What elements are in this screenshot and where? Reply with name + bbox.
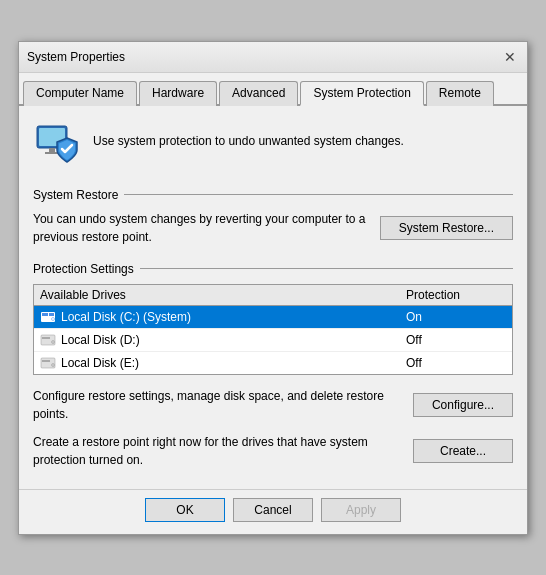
protection-value: On	[406, 310, 506, 324]
table-header: Available Drives Protection	[34, 285, 512, 306]
drive-name: Local Disk (C:) (System)	[61, 310, 191, 324]
configure-button[interactable]: Configure...	[413, 393, 513, 417]
tab-system-protection[interactable]: System Protection	[300, 81, 423, 106]
tab-remote[interactable]: Remote	[426, 81, 494, 106]
ok-button[interactable]: OK	[145, 498, 225, 522]
protection-settings-label: Protection Settings	[33, 262, 513, 276]
table-row[interactable]: Local Disk (D:) Off	[34, 329, 512, 352]
svg-rect-6	[49, 313, 54, 316]
col-protection-header: Protection	[406, 288, 506, 302]
svg-rect-5	[42, 313, 48, 316]
drive-cell: Local Disk (C:) (System)	[40, 309, 406, 325]
cancel-button[interactable]: Cancel	[233, 498, 313, 522]
main-content: Use system protection to undo unwanted s…	[19, 106, 527, 489]
drive-name: Local Disk (E:)	[61, 356, 139, 370]
protection-value: Off	[406, 333, 506, 347]
create-description: Create a restore point right now for the…	[33, 433, 403, 469]
table-row[interactable]: Local Disk (C:) (System) On	[34, 306, 512, 329]
close-button[interactable]: ✕	[501, 48, 519, 66]
svg-point-7	[52, 317, 55, 320]
svg-point-13	[52, 363, 55, 366]
local-disk-icon	[40, 355, 56, 371]
local-disk-icon	[40, 332, 56, 348]
drive-cell: Local Disk (D:)	[40, 332, 406, 348]
header-section: Use system protection to undo unwanted s…	[33, 118, 513, 174]
svg-rect-12	[42, 360, 50, 362]
dialog-footer: OK Cancel Apply	[19, 489, 527, 534]
col-drive-header: Available Drives	[40, 288, 406, 302]
restore-description: You can undo system changes by reverting…	[33, 210, 370, 246]
tab-computer-name[interactable]: Computer Name	[23, 81, 137, 106]
configure-row: Configure restore settings, manage disk …	[33, 387, 513, 423]
tabs-bar: Computer Name Hardware Advanced System P…	[19, 73, 527, 106]
system-restore-section: System Restore You can undo system chang…	[33, 188, 513, 246]
content-wrapper: Use system protection to undo unwanted s…	[19, 106, 527, 534]
configure-description: Configure restore settings, manage disk …	[33, 387, 403, 423]
create-button[interactable]: Create...	[413, 439, 513, 463]
drives-table: Available Drives Protection Lo	[33, 284, 513, 375]
shield-monitor-svg	[33, 118, 81, 166]
system-properties-window: System Properties ✕ Computer Name Hardwa…	[18, 41, 528, 535]
svg-rect-2	[49, 148, 55, 152]
table-row[interactable]: Local Disk (E:) Off	[34, 352, 512, 374]
apply-button[interactable]: Apply	[321, 498, 401, 522]
protection-value: Off	[406, 356, 506, 370]
create-row: Create a restore point right now for the…	[33, 433, 513, 469]
system-protection-icon	[33, 118, 81, 166]
tab-hardware[interactable]: Hardware	[139, 81, 217, 106]
header-description: Use system protection to undo unwanted s…	[93, 133, 404, 150]
svg-rect-9	[42, 337, 50, 339]
drive-name: Local Disk (D:)	[61, 333, 140, 347]
protection-settings-section: Protection Settings Available Drives Pro…	[33, 262, 513, 469]
system-restore-label: System Restore	[33, 188, 513, 202]
title-bar: System Properties ✕	[19, 42, 527, 73]
system-restore-button[interactable]: System Restore...	[380, 216, 513, 240]
drive-cell: Local Disk (E:)	[40, 355, 406, 371]
svg-point-10	[52, 340, 55, 343]
window-title: System Properties	[27, 50, 125, 64]
restore-row: You can undo system changes by reverting…	[33, 210, 513, 246]
tab-advanced[interactable]: Advanced	[219, 81, 298, 106]
local-disk-system-icon	[40, 309, 56, 325]
